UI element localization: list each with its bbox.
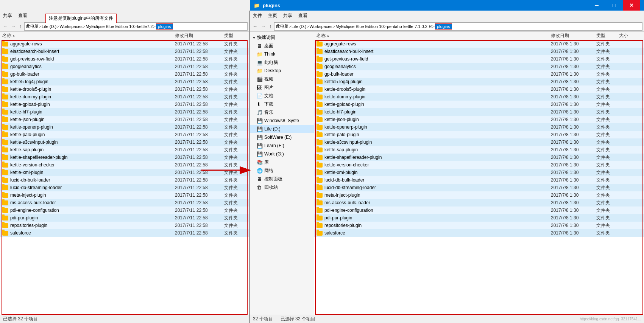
list-item[interactable]: ms-access-bulk-loader 2017/7/8 1:30 文件夹: [314, 199, 644, 207]
right-nav-back[interactable]: ←: [251, 23, 259, 30]
sidebar-item[interactable]: 🌐 网络: [250, 166, 314, 175]
list-item[interactable]: kettle-xml-plugin 2017/7/11 22:58 文件夹: [0, 169, 249, 176]
list-item[interactable]: kettle-s3csvinput-plugin 2017/7/8 1:30 文…: [314, 138, 644, 146]
list-item[interactable]: aggregate-rows 2017/7/11 22:58 文件夹: [0, 40, 249, 48]
right-ribbon-tab-view[interactable]: 查看: [298, 12, 307, 19]
sidebar-item[interactable]: 🎵 音乐: [250, 108, 314, 116]
list-item[interactable]: kettle-json-plugin 2017/7/8 1:30 文件夹: [314, 116, 644, 123]
list-item[interactable]: repositories-plugin 2017/7/11 22:58 文件夹: [0, 222, 249, 229]
sidebar-item[interactable]: 💾 Life (D:): [250, 125, 314, 133]
list-item[interactable]: kettle-gpload-plugin 2017/7/8 1:30 文件夹: [314, 101, 644, 108]
list-item[interactable]: kettle-dummy-plugin 2017/7/8 1:30 文件夹: [314, 93, 644, 101]
left-nav-up[interactable]: ↑: [18, 23, 23, 30]
sidebar-section-header[interactable]: ▼快速访问: [250, 33, 314, 42]
file-name: ms-access-bulk-loader: [10, 200, 175, 205]
sidebar-item[interactable]: 🗑 回收站: [250, 183, 314, 191]
right-address-path[interactable]: 此电脑 > Life (D:) > Workspaces > MyEclipse…: [274, 22, 643, 31]
list-item[interactable]: kettle-openerp-plugin 2017/7/8 1:30 文件夹: [314, 123, 644, 131]
list-item[interactable]: kettle-hl7-plugin 2017/7/8 1:30 文件夹: [314, 108, 644, 116]
list-item[interactable]: kettle-shapefilereader-plugin 2017/7/11 …: [0, 154, 249, 161]
left-col-name-header[interactable]: 名称: [2, 33, 11, 39]
list-item[interactable]: lucid-db-streaming-loader 2017/7/8 1:30 …: [314, 184, 644, 191]
sidebar-item[interactable]: 💾 Learn (F:): [250, 141, 314, 150]
list-item[interactable]: gp-bulk-loader 2017/7/11 22:58 文件夹: [0, 70, 249, 78]
list-item[interactable]: kettle-dummy-plugin 2017/7/11 22:58 文件夹: [0, 93, 249, 101]
list-item[interactable]: kettle-version-checker 2017/7/11 22:58 文…: [0, 161, 249, 169]
sidebar-item[interactable]: 🖼 图片: [250, 83, 314, 92]
sidebar-item[interactable]: 🎬 视频: [250, 75, 314, 83]
list-item[interactable]: kettle-sap-plugin 2017/7/8 1:30 文件夹: [314, 146, 644, 154]
list-item[interactable]: salesforce 2017/7/11 22:58 文件夹: [0, 229, 249, 237]
left-nav-forward[interactable]: →: [10, 23, 17, 30]
right-col-size-header[interactable]: 大小: [619, 33, 642, 39]
right-ribbon-tab-file[interactable]: 文件: [253, 12, 262, 19]
list-item[interactable]: kettle-version-checker 2017/7/8 1:30 文件夹: [314, 161, 644, 169]
list-item[interactable]: kettle-drools5-plugin 2017/7/8 1:30 文件夹: [314, 85, 644, 93]
list-item[interactable]: meta-inject-plugin 2017/7/11 22:58 文件夹: [0, 191, 249, 199]
sidebar-item[interactable]: 🖥 桌面: [250, 42, 314, 50]
list-item[interactable]: gp-bulk-loader 2017/7/8 1:30 文件夹: [314, 70, 644, 78]
right-ribbon-tab-home[interactable]: 主页: [268, 12, 277, 19]
list-item[interactable]: get-previous-row-field 2017/7/11 22:58 文…: [0, 55, 249, 63]
sidebar-item[interactable]: 💾 Windows8_Syste: [250, 116, 314, 125]
left-ribbon-tab-view[interactable]: 查看: [18, 12, 27, 19]
list-item[interactable]: kettle-openerp-plugin 2017/7/11 22:58 文件…: [0, 123, 249, 131]
sidebar-item[interactable]: 🖥 控制面板: [250, 175, 314, 183]
sidebar-item[interactable]: ⬇ 下载: [250, 100, 314, 108]
list-item[interactable]: kettle-sap-plugin 2017/7/11 22:58 文件夹: [0, 146, 249, 154]
list-item[interactable]: repositories-plugin 2017/7/8 1:30 文件夹: [314, 222, 644, 229]
list-item[interactable]: meta-inject-plugin 2017/7/8 1:30 文件夹: [314, 191, 644, 199]
right-ribbon-tab-share[interactable]: 共享: [283, 12, 292, 19]
right-col-name-header[interactable]: 名称: [317, 33, 326, 39]
list-item[interactable]: kettle-palo-plugin 2017/7/8 1:30 文件夹: [314, 131, 644, 138]
list-item[interactable]: kettle-shapefilereader-plugin 2017/7/8 1…: [314, 154, 644, 161]
list-item[interactable]: pdi-pur-plugin 2017/7/8 1:30 文件夹: [314, 214, 644, 222]
list-item[interactable]: get-previous-row-field 2017/7/8 1:30 文件夹: [314, 55, 644, 63]
right-file-list[interactable]: aggregate-rows 2017/7/8 1:30 文件夹 elastic…: [314, 40, 644, 315]
right-nav-up[interactable]: ↑: [268, 23, 273, 30]
left-col-date-header[interactable]: 修改日期: [175, 33, 224, 39]
list-item[interactable]: pdi-engine-configuration 2017/7/11 22:58…: [0, 207, 249, 214]
list-item[interactable]: elasticsearch-bulk-insert 2017/7/11 22:5…: [0, 48, 249, 55]
list-item[interactable]: ms-access-bulk-loader 2017/7/11 22:58 文件…: [0, 199, 249, 207]
left-ribbon-tab-share[interactable]: 共享: [3, 12, 12, 19]
list-item[interactable]: kettle-json-plugin 2017/7/11 22:58 文件夹: [0, 116, 249, 123]
file-type: 文件夹: [596, 177, 619, 183]
right-nav-forward[interactable]: →: [260, 23, 267, 30]
list-item[interactable]: aggregate-rows 2017/7/8 1:30 文件夹: [314, 40, 644, 48]
list-item[interactable]: googleanalytics 2017/7/8 1:30 文件夹: [314, 63, 644, 70]
list-item[interactable]: kettle5-log4j-plugin 2017/7/11 22:58 文件夹: [0, 78, 249, 85]
left-file-list[interactable]: aggregate-rows 2017/7/11 22:58 文件夹 elast…: [0, 40, 249, 315]
right-col-type-header[interactable]: 类型: [596, 33, 619, 39]
list-item[interactable]: kettle-gpload-plugin 2017/7/11 22:58 文件夹: [0, 101, 249, 108]
file-type: 文件夹: [224, 147, 247, 153]
left-nav-back[interactable]: ←: [2, 23, 9, 30]
list-item[interactable]: elasticsearch-bulk-insert 2017/7/8 1:30 …: [314, 48, 644, 55]
list-item[interactable]: googleanalytics 2017/7/11 22:58 文件夹: [0, 63, 249, 70]
list-item[interactable]: kettle-hl7-plugin 2017/7/11 22:58 文件夹: [0, 108, 249, 116]
sidebar-item[interactable]: 💾 SoftWare (E:): [250, 133, 314, 141]
list-item[interactable]: lucid-db-bulk-loader 2017/7/11 22:58 文件夹: [0, 176, 249, 184]
sidebar-item[interactable]: 📁 Desktop: [250, 67, 314, 75]
right-col-date-header[interactable]: 修改日期: [551, 33, 596, 39]
sidebar-item[interactable]: 📄 文档: [250, 92, 314, 100]
list-item[interactable]: salesforce 2017/7/8 1:30 文件夹: [314, 229, 644, 237]
sidebar-item[interactable]: 📚 库: [250, 158, 314, 166]
sidebar-item[interactable]: 📁 Think: [250, 50, 314, 58]
list-item[interactable]: kettle-drools5-plugin 2017/7/11 22:58 文件…: [0, 85, 249, 93]
list-item[interactable]: kettle-s3csvinput-plugin 2017/7/11 22:58…: [0, 138, 249, 146]
close-button[interactable]: ✕: [623, 0, 640, 11]
list-item[interactable]: lucid-db-bulk-loader 2017/7/8 1:30 文件夹: [314, 176, 644, 184]
maximize-button[interactable]: □: [605, 0, 623, 11]
sidebar-item[interactable]: 💾 Work (G:): [250, 150, 314, 158]
left-address-path[interactable]: 此电脑 > Life (D:) > Workspaces > MyEclipse…: [24, 22, 248, 31]
list-item[interactable]: kettle-xml-plugin 2017/7/8 1:30 文件夹: [314, 169, 644, 176]
minimize-button[interactable]: ─: [588, 0, 605, 11]
sidebar-item[interactable]: 💻 此电脑: [250, 58, 314, 67]
list-item[interactable]: lucid-db-streaming-loader 2017/7/11 22:5…: [0, 184, 249, 191]
list-item[interactable]: pdi-engine-configuration 2017/7/8 1:30 文…: [314, 207, 644, 214]
list-item[interactable]: kettle5-log4j-plugin 2017/7/8 1:30 文件夹: [314, 78, 644, 85]
left-col-type-header[interactable]: 类型: [224, 33, 247, 39]
list-item[interactable]: kettle-palo-plugin 2017/7/11 22:58 文件夹: [0, 131, 249, 138]
list-item[interactable]: pdi-pur-plugin 2017/7/11 22:58 文件夹: [0, 214, 249, 222]
